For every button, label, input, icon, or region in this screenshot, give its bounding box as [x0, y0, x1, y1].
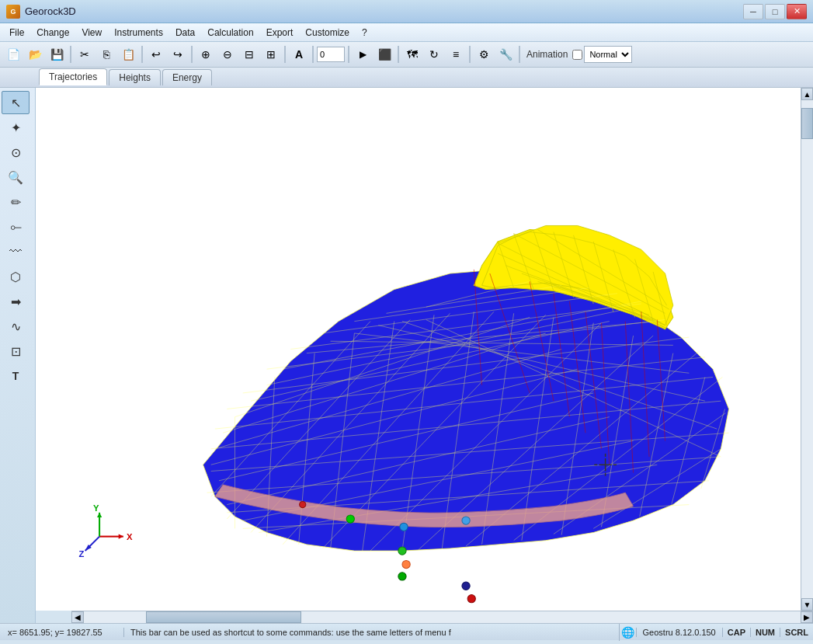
tb-redo-button[interactable]: ↪	[168, 45, 188, 64]
scroll-right-button[interactable]: ▶	[801, 611, 813, 623]
tb-open-button[interactable]: 📂	[25, 45, 45, 64]
tb-cut-button[interactable]: ✂	[75, 45, 95, 64]
title-bar-left: G Georock3D	[6, 5, 76, 19]
point-green-3	[398, 547, 406, 555]
tb-play-button[interactable]: ▶	[353, 45, 373, 64]
scroll-track-v[interactable]	[801, 100, 813, 598]
status-scrl: SCRL	[780, 628, 813, 637]
point-orange	[402, 560, 410, 568]
point-darkblue	[462, 582, 470, 590]
toolbar-area: 📄 📂 💾 ✂ ⎘ 📋 ↩ ↪ ⊕ ⊖ ⊟ ⊞ A ▶ ⬛ 🗺 ↻ ≡ ⚙ 🔧 …	[0, 42, 813, 68]
tb-layers-button[interactable]: ≡	[446, 45, 466, 64]
tb-stop-button[interactable]: ⬛	[374, 45, 394, 64]
tb-sep-8	[469, 46, 471, 63]
tool-polyline[interactable]: 〰	[2, 240, 30, 263]
tb-zoom-window-button[interactable]: ⊟	[239, 45, 259, 64]
point-green-1	[346, 515, 354, 523]
scroll-track-h[interactable]	[84, 611, 801, 623]
tb-new-button[interactable]: 📄	[3, 45, 23, 64]
tool-arrow[interactable]: ➡	[2, 290, 30, 313]
tool-node[interactable]: ✦	[2, 116, 30, 139]
status-version: Geostru 8.12.0.150	[636, 628, 722, 637]
tb-zoom-all-button[interactable]: ⊞	[261, 45, 281, 64]
vertical-scrollbar: ▲ ▼	[801, 88, 813, 611]
point-red	[467, 595, 475, 603]
tb-save-button[interactable]: 💾	[47, 45, 67, 64]
tb-tools-button[interactable]: 🔧	[495, 45, 516, 64]
title-bar: G Georock3D ─ □ ✕	[0, 0, 813, 23]
tb-sep-1	[70, 46, 71, 63]
menu-instruments[interactable]: Instruments	[108, 24, 169, 41]
menu-bar: File Change View Instruments Data Calcul…	[0, 23, 813, 42]
tb-sep-4	[284, 46, 286, 63]
scroll-thumb-h[interactable]	[146, 611, 301, 623]
tb-sep-7	[398, 46, 399, 63]
svg-text:X: X	[127, 532, 133, 541]
minimize-button[interactable]: ─	[743, 4, 763, 19]
tool-measure[interactable]: ⊡	[2, 339, 30, 363]
point-blue-1	[400, 523, 408, 531]
menu-change[interactable]: Change	[30, 24, 75, 41]
tool-draw[interactable]: ✏	[2, 190, 30, 214]
toolbar-row-1: 📄 📂 💾 ✂ ⎘ 📋 ↩ ↪ ⊕ ⊖ ⊟ ⊞ A ▶ ⬛ 🗺 ↻ ≡ ⚙ 🔧 …	[0, 42, 813, 67]
animation-label: Animation	[526, 49, 568, 60]
tb-zoom-out-button[interactable]: ⊖	[217, 45, 238, 64]
tb-copy-button[interactable]: ⎘	[96, 45, 116, 64]
svg-text:Z: Z	[78, 549, 84, 559]
tb-paste-button[interactable]: 📋	[118, 45, 138, 64]
tb-sep-9	[519, 46, 520, 63]
tab-trajectories[interactable]: Trajectories	[39, 68, 107, 85]
status-coordinates: x= 8651.95; y= 19827.55	[0, 628, 124, 637]
tool-zoom[interactable]: 🔍	[2, 165, 30, 189]
animation-checkbox[interactable]	[572, 50, 582, 60]
tb-zoom-in-button[interactable]: ⊕	[196, 45, 216, 64]
tb-sep-6	[348, 46, 349, 63]
menu-data[interactable]: Data	[169, 24, 201, 41]
tb-sep-3	[191, 46, 193, 63]
tool-polygon[interactable]: ⬡	[2, 265, 30, 288]
tool-text[interactable]: T	[2, 364, 30, 388]
tb-font-button[interactable]: A	[289, 45, 309, 64]
angle-input[interactable]	[317, 47, 345, 62]
status-cap: CAP	[722, 628, 750, 637]
tb-settings-button[interactable]: ⚙	[474, 45, 494, 64]
tab-bar: Trajectories Heights Energy	[0, 68, 813, 88]
tool-line[interactable]: ⟜	[2, 215, 30, 238]
scroll-down-button[interactable]: ▼	[801, 598, 813, 611]
left-toolbar: ↖ ✦ ⊙ 🔍 ✏ ⟜ 〰 ⬡ ➡ ∿ ⊡ T	[0, 88, 36, 623]
canvas-area[interactable]: X Y Z	[36, 88, 801, 611]
app-icon: G	[6, 5, 20, 19]
tb-rotate-button[interactable]: ↻	[424, 45, 444, 64]
tab-heights[interactable]: Heights	[109, 69, 161, 85]
tool-curve[interactable]: ∿	[2, 315, 30, 338]
menu-customize[interactable]: Customize	[299, 24, 356, 41]
globe-icon: 🌐	[619, 624, 636, 641]
horizontal-scrollbar: ◀ ▶	[71, 611, 813, 623]
svg-text:Y: Y	[93, 503, 99, 513]
menu-view[interactable]: View	[75, 24, 108, 41]
scroll-thumb-v[interactable]	[801, 108, 813, 139]
status-hint: This bar can be used as shortcut to some…	[124, 628, 619, 637]
menu-calculation[interactable]: Calculation	[201, 24, 259, 41]
status-bar: x= 8651.95; y= 19827.55 This bar can be …	[0, 623, 813, 640]
tb-3d-button[interactable]: 🗺	[402, 45, 422, 64]
point-red-2	[300, 501, 306, 507]
tool-circle[interactable]: ⊙	[2, 141, 30, 164]
menu-help[interactable]: ?	[356, 24, 373, 41]
terrain-svg: X Y Z	[36, 88, 801, 611]
menu-file[interactable]: File	[3, 24, 30, 41]
tb-sep-5	[312, 46, 314, 63]
tb-undo-button[interactable]: ↩	[146, 45, 166, 64]
scroll-up-button[interactable]: ▲	[801, 88, 813, 100]
window-controls: ─ □ ✕	[743, 4, 807, 19]
normal-select[interactable]: Normal Fast Slow	[584, 46, 632, 63]
point-blue-2	[462, 517, 470, 524]
point-green-2	[398, 573, 406, 580]
menu-export[interactable]: Export	[260, 24, 300, 41]
scroll-left-button[interactable]: ◀	[71, 611, 84, 623]
close-button[interactable]: ✕	[787, 4, 807, 19]
tab-energy[interactable]: Energy	[162, 69, 212, 85]
app-title: Georock3D	[25, 5, 76, 17]
tool-select[interactable]: ↖	[2, 91, 30, 114]
maximize-button[interactable]: □	[765, 4, 785, 19]
